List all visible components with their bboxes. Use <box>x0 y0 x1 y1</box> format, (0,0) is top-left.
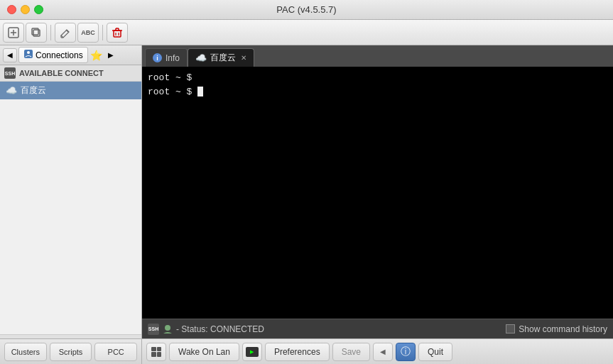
toolbar-separator-2 <box>102 25 103 40</box>
svg-point-17 <box>165 325 170 331</box>
sidebar-arrow-button[interactable]: ▶ <box>105 48 116 62</box>
sidebar-tree: SSH AVAILABLE CONNECT ☁️ 百度云 <box>0 65 141 334</box>
terminal-action-buttons: Wake On Lan Preferences Save ◀ ⓘ Quit <box>142 339 613 364</box>
new-terminal-button[interactable] <box>242 343 262 361</box>
ssh-icon: SSH <box>4 67 16 79</box>
connections-icon <box>23 49 33 61</box>
connections-label: Connections <box>36 50 83 60</box>
tab-baidu[interactable]: ☁️ 百度云 ✕ <box>188 48 254 67</box>
cursor <box>197 87 203 96</box>
nav-arrow-button[interactable]: ◀ <box>373 343 393 361</box>
scripts-button[interactable]: Scripts <box>50 343 92 361</box>
info-icon: i <box>153 53 162 62</box>
rename-button[interactable]: ABC <box>77 23 99 43</box>
favorites-button[interactable]: ⭐ <box>89 48 104 62</box>
delete-button[interactable] <box>107 23 128 43</box>
preferences-button[interactable]: Preferences <box>265 343 330 361</box>
titlebar: PAC (v4.5.5.7) <box>0 0 613 20</box>
svg-point-16 <box>27 51 30 54</box>
connection-label-baidu: 百度云 <box>21 84 46 96</box>
split-icon <box>151 347 161 357</box>
tab-close-button[interactable]: ✕ <box>241 54 246 62</box>
status-text: - Status: CONNECTED <box>176 324 506 334</box>
terminal-icon <box>246 347 259 357</box>
connections-tab[interactable]: Connections <box>18 47 88 63</box>
clusters-button[interactable]: Clusters <box>4 343 47 361</box>
window-title: PAC (v4.5.5.7) <box>276 4 336 15</box>
sidebar-tabs: ◀ Connections ⭐ ▶ <box>0 45 141 65</box>
status-ssh-icon: SSH <box>148 324 159 335</box>
maximize-button[interactable] <box>34 5 43 14</box>
tab-baidu-label: 百度云 <box>210 52 236 64</box>
show-history-area: Show command history <box>506 324 607 334</box>
svg-rect-8 <box>114 31 121 37</box>
cloud-icon: ☁️ <box>6 85 17 96</box>
info-button[interactable]: ⓘ <box>396 343 416 361</box>
terminal[interactable]: root ~ $ root ~ $ <box>142 67 613 319</box>
show-history-label: Show command history <box>519 324 607 334</box>
toolbar-separator <box>50 25 51 40</box>
sidebar: ◀ Connections ⭐ ▶ SSH AVAILABLE CONNECT … <box>0 45 142 338</box>
tab-info-label: Info <box>166 53 180 63</box>
sidebar-bottom-nav: Clusters Scripts PCC <box>0 339 142 364</box>
connection-item-baidu[interactable]: ☁️ 百度云 <box>0 82 141 99</box>
available-connections-header: SSH AVAILABLE CONNECT <box>0 65 141 82</box>
main-toolbar: ABC <box>0 20 613 45</box>
duplicate-button[interactable] <box>26 23 47 43</box>
pcc-button[interactable]: PCC <box>94 343 137 361</box>
status-avatar <box>161 323 174 336</box>
terminal-line-1: root ~ $ <box>148 71 607 85</box>
new-connection-button[interactable] <box>3 23 24 43</box>
tab-bar: i Info ☁️ 百度云 ✕ <box>142 45 613 67</box>
split-button[interactable] <box>146 343 166 361</box>
quit-button[interactable]: Quit <box>418 343 452 361</box>
minimize-button[interactable] <box>21 5 30 14</box>
wake-on-lan-button[interactable]: Wake On Lan <box>169 343 239 361</box>
show-history-checkbox[interactable] <box>506 324 515 333</box>
status-bar: SSH - Status: CONNECTED Show command his… <box>142 319 613 338</box>
tab-info[interactable]: i Info <box>145 48 188 67</box>
tab-cloud-icon: ☁️ <box>195 53 207 63</box>
bottom-bar: Clusters Scripts PCC Wake On Lan Prefere… <box>0 338 613 364</box>
edit-button[interactable] <box>55 23 76 43</box>
save-button[interactable]: Save <box>332 343 370 361</box>
terminal-line-2: root ~ $ <box>148 85 607 99</box>
close-button[interactable] <box>7 5 16 14</box>
content-area: ◀ Connections ⭐ ▶ SSH AVAILABLE CONNECT … <box>0 45 613 338</box>
terminal-area: i Info ☁️ 百度云 ✕ root ~ $ root ~ $ SSH - … <box>142 45 613 338</box>
traffic-lights <box>7 5 43 14</box>
sidebar-back-button[interactable]: ◀ <box>3 48 17 62</box>
group-label: AVAILABLE CONNECT <box>19 69 104 77</box>
